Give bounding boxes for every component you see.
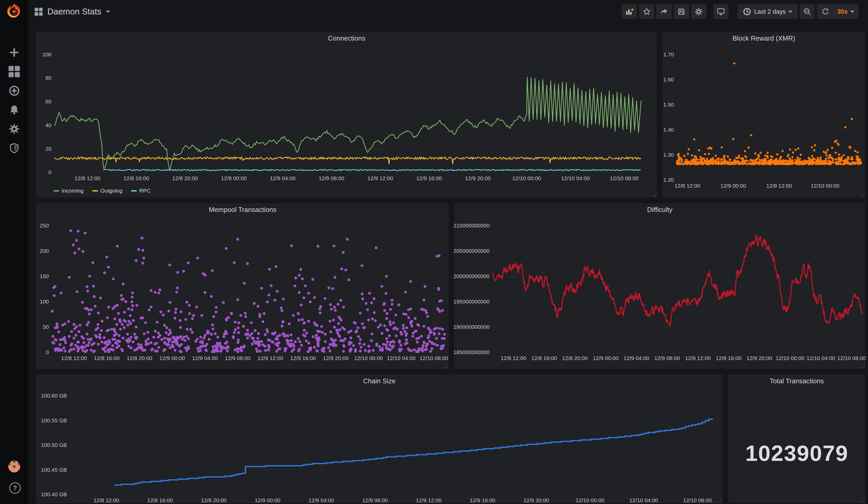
- refresh-icon: [821, 7, 830, 16]
- svg-text:12/9 00:00: 12/9 00:00: [720, 183, 746, 189]
- svg-text:40: 40: [45, 122, 51, 128]
- svg-text:185000000000: 185000000000: [453, 349, 489, 355]
- legend-item-incoming[interactable]: Incoming: [53, 188, 83, 194]
- help-icon[interactable]: ?: [9, 482, 21, 494]
- svg-text:12/9 00:00: 12/9 00:00: [255, 497, 280, 503]
- time-range-picker[interactable]: Last 2 days: [738, 4, 797, 19]
- legend-item-rpc[interactable]: RPC: [131, 188, 151, 194]
- connections-chart[interactable]: 02040608010012/8 12:0012/8 16:0012/8 20:…: [54, 54, 641, 172]
- panel-title[interactable]: Difficulty: [454, 206, 865, 214]
- svg-text:12/10 04:00: 12/10 04:00: [387, 355, 416, 361]
- alerting-bell-icon[interactable]: [8, 104, 20, 116]
- svg-text:12/10 08:00: 12/10 08:00: [683, 497, 712, 503]
- svg-text:0: 0: [46, 349, 49, 355]
- panel-title[interactable]: Total Transactions: [728, 377, 865, 385]
- svg-text:12/10 00:00: 12/10 00:00: [512, 175, 541, 181]
- svg-text:12/10 00:00: 12/10 00:00: [576, 497, 604, 503]
- panel-block-reward: Block Reward (XMR) 1.201.301.401.501.601…: [662, 32, 865, 198]
- svg-text:12/9 00:00: 12/9 00:00: [221, 175, 247, 181]
- chevron-down-icon[interactable]: [106, 11, 110, 13]
- add-panel-button[interactable]: [622, 4, 637, 19]
- svg-text:12/9 16:00: 12/9 16:00: [290, 355, 316, 361]
- svg-text:12/9 12:00: 12/9 12:00: [257, 355, 283, 361]
- svg-text:150: 150: [40, 273, 49, 279]
- svg-text:100.60 GB: 100.60 GB: [41, 393, 67, 399]
- svg-text:12/8 20:00: 12/8 20:00: [201, 497, 227, 503]
- svg-text:12/10 00:00: 12/10 00:00: [354, 355, 383, 361]
- svg-text:100: 100: [40, 299, 49, 305]
- dashboard-grid-icon[interactable]: [35, 8, 43, 16]
- svg-text:12/8 12:00: 12/8 12:00: [94, 497, 119, 503]
- svg-text:200: 200: [40, 248, 49, 254]
- svg-text:100.40 GB: 100.40 GB: [41, 491, 67, 497]
- sidebar: ?: [0, 0, 29, 504]
- svg-text:12/8 12:00: 12/8 12:00: [674, 183, 700, 189]
- svg-text:0: 0: [48, 169, 51, 175]
- add-icon[interactable]: [8, 47, 20, 59]
- svg-text:100.50 GB: 100.50 GB: [41, 442, 67, 448]
- svg-text:12/9 08:00: 12/9 08:00: [225, 355, 250, 361]
- server-admin-shield-icon[interactable]: [8, 142, 20, 154]
- panel-title[interactable]: Mempool Transactions: [37, 206, 449, 214]
- configuration-gear-icon[interactable]: [8, 123, 20, 135]
- svg-text:12/10 08:00: 12/10 08:00: [837, 355, 866, 361]
- svg-text:12/9 16:00: 12/9 16:00: [470, 497, 495, 503]
- star-button[interactable]: [639, 4, 654, 19]
- svg-text:12/9 08:00: 12/9 08:00: [319, 175, 344, 181]
- zoom-out-button[interactable]: [800, 4, 815, 19]
- svg-text:12/8 12:00: 12/8 12:00: [61, 355, 87, 361]
- svg-text:12/10 00:00: 12/10 00:00: [776, 355, 804, 361]
- svg-text:190000000000: 190000000000: [453, 324, 489, 330]
- block-reward-chart[interactable]: 1.201.301.401.501.601.7012/8 12:0012/9 0…: [677, 54, 861, 180]
- dashboard-title[interactable]: Daemon Stats: [47, 7, 101, 17]
- svg-text:12/8 12:00: 12/8 12:00: [75, 175, 100, 181]
- user-avatar[interactable]: [8, 461, 20, 472]
- svg-text:100.55 GB: 100.55 GB: [41, 418, 67, 423]
- refresh-button[interactable]: 30s: [817, 4, 858, 19]
- svg-text:1.70: 1.70: [663, 51, 674, 58]
- time-range-label: Last 2 days: [754, 8, 786, 15]
- svg-text:100: 100: [42, 51, 51, 58]
- svg-text:12/8 16:00: 12/8 16:00: [94, 355, 120, 361]
- svg-text:12/9 12:00: 12/9 12:00: [685, 355, 711, 361]
- panel-title[interactable]: Block Reward (XMR): [662, 34, 865, 42]
- cycle-view-monitor-button[interactable]: [713, 4, 728, 19]
- svg-text:50: 50: [43, 324, 49, 330]
- svg-text:12/9 12:00: 12/9 12:00: [367, 175, 393, 181]
- explore-compass-icon[interactable]: [8, 85, 20, 97]
- svg-text:20: 20: [45, 146, 51, 152]
- svg-text:12/8 16:00: 12/8 16:00: [124, 175, 149, 181]
- svg-text:12/9 20:00: 12/9 20:00: [524, 497, 549, 503]
- difficulty-chart[interactable]: 1850000000001900000000001950000000002000…: [493, 226, 862, 352]
- svg-text:1.60: 1.60: [663, 76, 674, 82]
- save-button[interactable]: [674, 4, 689, 19]
- dashboards-icon[interactable]: [8, 66, 20, 78]
- svg-text:200000000000: 200000000000: [453, 273, 489, 279]
- panel-title[interactable]: Connections: [37, 34, 657, 42]
- svg-text:1.30: 1.30: [663, 152, 674, 158]
- top-navbar: Daemon Stats Last 2 days: [29, 0, 868, 23]
- grafana-logo-icon[interactable]: [6, 3, 23, 20]
- chain-size-chart[interactable]: 100.40 GB100.45 GB100.50 GB100.55 GB100.…: [70, 396, 716, 494]
- svg-text:12/9 20:00: 12/9 20:00: [746, 355, 772, 361]
- svg-text:1.40: 1.40: [663, 127, 674, 133]
- panel-title[interactable]: Chain Size: [37, 377, 722, 385]
- svg-text:12/9 12:00: 12/9 12:00: [416, 497, 442, 503]
- chevron-down-icon: [850, 11, 854, 13]
- legend-item-outgoing[interactable]: Outgoing: [92, 188, 122, 194]
- chevron-down-icon: [788, 11, 793, 13]
- panel-connections: Connections 02040608010012/8 12:0012/8 1…: [36, 32, 657, 198]
- mempool-chart[interactable]: 05010015020025012/8 12:0012/8 16:0012/8 …: [52, 226, 445, 352]
- svg-text:12/10 04:00: 12/10 04:00: [806, 355, 835, 361]
- share-button[interactable]: [657, 4, 672, 19]
- svg-text:12/9 08:00: 12/9 08:00: [362, 497, 388, 503]
- total-transactions-value: 10239079: [728, 440, 865, 466]
- panel-chain-size: Chain Size 100.40 GB100.45 GB100.50 GB10…: [36, 374, 722, 503]
- refresh-interval-label: 30s: [837, 8, 848, 15]
- settings-gear-button[interactable]: [691, 4, 706, 19]
- panel-difficulty: Difficulty 18500000000019000000000019500…: [454, 203, 865, 369]
- svg-text:60: 60: [45, 99, 51, 104]
- svg-text:12/8 20:00: 12/8 20:00: [127, 355, 152, 361]
- svg-text:12/10 08:00: 12/10 08:00: [420, 355, 448, 361]
- divider: [833, 7, 834, 16]
